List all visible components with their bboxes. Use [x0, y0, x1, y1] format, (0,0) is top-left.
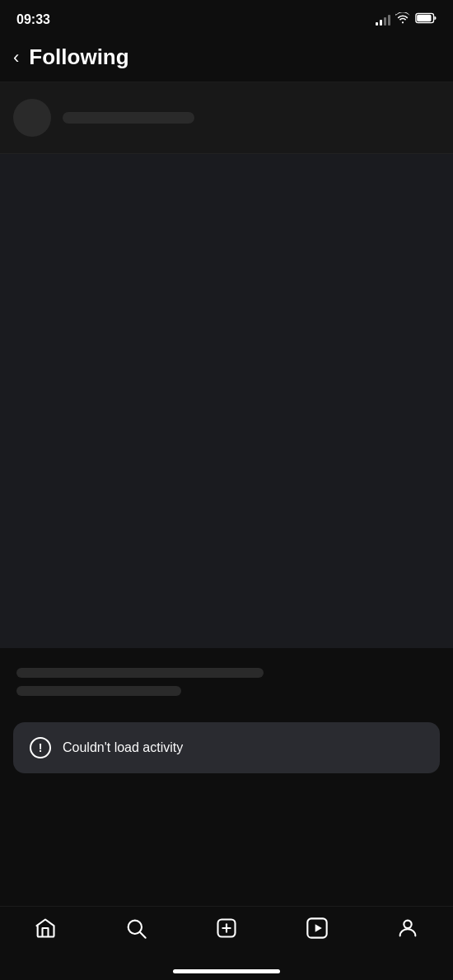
skeleton-line-2 — [16, 686, 181, 696]
page-title: Following — [29, 44, 128, 70]
create-icon — [215, 917, 238, 940]
svg-point-9 — [404, 921, 411, 928]
skeleton-row — [13, 99, 440, 137]
status-time: 09:33 — [16, 12, 50, 27]
skeleton-loader-area — [0, 82, 453, 154]
svg-rect-1 — [417, 15, 431, 22]
home-icon — [34, 917, 57, 940]
svg-line-3 — [140, 932, 145, 937]
home-indicator — [173, 969, 280, 973]
error-toast: ! Couldn't load activity — [13, 722, 440, 773]
content-area — [0, 154, 453, 648]
svg-marker-8 — [315, 924, 322, 931]
skeleton-lines-area — [0, 648, 453, 717]
error-message: Couldn't load activity — [63, 740, 183, 755]
wifi-icon — [395, 12, 410, 27]
nav-profile[interactable] — [396, 917, 419, 940]
skeleton-text — [63, 112, 194, 124]
nav-create[interactable] — [215, 917, 238, 940]
bottom-nav — [0, 906, 453, 980]
skeleton-avatar — [13, 99, 51, 137]
profile-icon — [396, 917, 419, 940]
nav-search[interactable] — [124, 917, 147, 940]
nav-home[interactable] — [34, 917, 57, 940]
signal-icon — [376, 14, 390, 26]
back-button[interactable]: ‹ — [13, 49, 19, 67]
skeleton-line-1 — [16, 668, 264, 678]
status-bar: 09:33 — [0, 0, 453, 36]
nav-reels[interactable] — [306, 917, 329, 940]
header: ‹ Following — [0, 36, 453, 82]
status-icons — [376, 12, 437, 27]
search-icon — [124, 917, 147, 940]
reels-icon — [306, 917, 329, 940]
error-icon: ! — [30, 737, 51, 758]
battery-icon — [415, 12, 437, 27]
